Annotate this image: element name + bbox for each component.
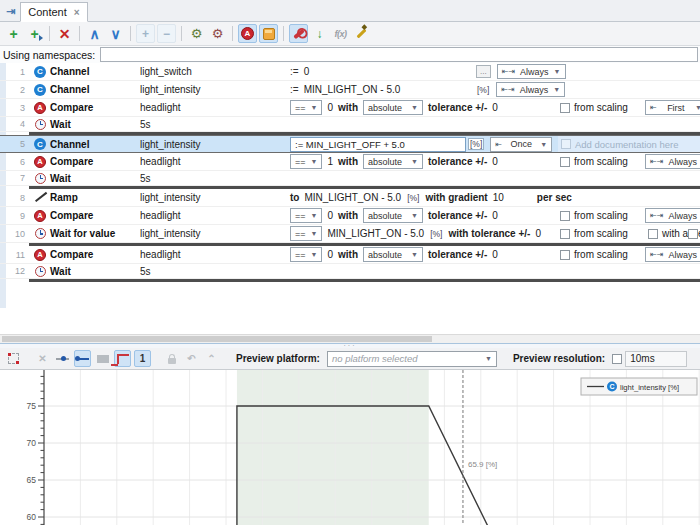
wand-glyph [357, 29, 367, 39]
table-row-7[interactable]: 7Wait5s [0, 171, 700, 186]
preview-resolution-checkbox[interactable] [612, 354, 622, 364]
import-signal-icon[interactable]: ↓ [310, 24, 329, 43]
trigger-select[interactable]: ⇤⇥Always▼ [645, 247, 700, 262]
documentation-area[interactable]: Add documentation here [558, 136, 700, 152]
clipped-checkbox[interactable]: ju [688, 228, 700, 239]
from-scaling-checkbox[interactable]: from scaling [560, 249, 628, 260]
settings-gear-red-icon[interactable]: ⚙ [208, 24, 227, 43]
table-row-1[interactable]: 1CChannellight_switch:=0...⇤⇥Always▼ [0, 63, 700, 81]
documentation-toggle-icon[interactable] [259, 24, 278, 43]
horizontal-scrollbar[interactable] [0, 334, 700, 343]
table-row-5[interactable]: 5CChannellight_intensity:= MIN_LIGHT_OFF… [0, 135, 700, 153]
step-target: light_switch [140, 66, 290, 77]
checkbox-box[interactable] [560, 211, 570, 221]
trigger-select[interactable]: ⇤⇥Always▼ [645, 154, 700, 169]
from-scaling-checkbox[interactable]: from scaling [560, 156, 628, 167]
table-row-9[interactable]: 9ACompareheadlight==▼0withabsolute▼toler… [0, 207, 700, 225]
steps-table: 1CChannellight_switch:=0...⇤⇥Always▼2CCh… [0, 63, 700, 308]
from-scaling-checkbox[interactable]: from scaling [560, 210, 628, 221]
checkbox-box[interactable] [560, 157, 570, 167]
checkbox-box[interactable] [560, 250, 570, 260]
trigger-select[interactable]: ⇤⇥Always▼ [496, 82, 565, 97]
operator-select[interactable]: ==▼ [290, 154, 322, 169]
lock-icon[interactable] [163, 350, 180, 367]
keyword-label: with tolerance +/- [448, 228, 530, 239]
trigger-select[interactable]: ⇤⇥Always▼ [497, 64, 566, 79]
line-interpolation-icon[interactable] [54, 350, 71, 367]
operator-value: == [295, 157, 306, 167]
add-step-icon[interactable]: + [4, 24, 23, 43]
keyword-label: tolerance +/- [428, 249, 487, 260]
mode-select[interactable]: absolute▼ [363, 154, 423, 169]
point-line-icon[interactable] [74, 350, 91, 367]
operator-select[interactable]: ==▼ [290, 247, 322, 262]
trigger-select[interactable]: ⇤Once▼ [490, 137, 552, 152]
wait-icon [35, 173, 46, 184]
table-row-10[interactable]: 10Wait for valuelight_intensity==▼MIN_LI… [0, 225, 700, 243]
table-row-11[interactable]: 11ACompareheadlight==▼0withabsolute▼tole… [0, 246, 700, 264]
keyword-label: tolerance +/- [428, 156, 487, 167]
namespaces-input[interactable] [100, 47, 698, 62]
debug-tool-icon[interactable] [289, 24, 308, 43]
preview-platform-select[interactable]: no platform selected ▼ [327, 351, 497, 367]
undo-icon[interactable]: ↶ [183, 350, 200, 367]
mode-select[interactable]: absolute▼ [363, 247, 423, 262]
wand-icon[interactable] [352, 24, 371, 43]
sample-count-icon[interactable]: 1 [134, 350, 151, 367]
trigger-mode-icon: ⇤⇥ [650, 250, 663, 259]
tab-close-icon[interactable]: × [74, 7, 80, 18]
step-name: Channel [50, 66, 140, 77]
settings-gear-icon[interactable]: ⚙ [187, 24, 206, 43]
chevron-down-icon: ▼ [311, 104, 318, 111]
checkbox-box[interactable] [688, 229, 698, 239]
step-icon-col: A [30, 210, 50, 222]
table-row-3[interactable]: 3ACompareheadlight==▼0withabsolute▼toler… [0, 99, 700, 117]
zoom-region-icon[interactable] [5, 350, 22, 367]
compare-icon: A [34, 156, 46, 168]
assessment-toggle-icon[interactable]: A [238, 24, 257, 43]
checkbox-box[interactable] [648, 229, 658, 239]
table-row-4[interactable]: 4Wait5s [0, 117, 700, 132]
wait-icon [35, 228, 46, 239]
editor-window: ⇥ Content × ++✕∧∨+−⚙⚙A↓f(x) Using namesp… [0, 0, 700, 525]
tree-icon[interactable]: ⌃ [203, 350, 220, 367]
add-child-step-icon[interactable]: + [25, 24, 44, 43]
move-down-icon[interactable]: ∨ [106, 24, 125, 43]
operator-select[interactable]: ==▼ [290, 100, 322, 115]
documentation-checkbox[interactable] [561, 139, 571, 149]
value-input[interactable]: := MIN_LIGHT_OFF + 5.0 [290, 137, 466, 152]
table-row-2[interactable]: 2CChannellight_intensity:=MIN_LIGHT_ON -… [0, 81, 700, 99]
scrollbar-thumb[interactable] [2, 336, 432, 342]
box-display-icon[interactable] [94, 350, 111, 367]
trigger-select[interactable]: ⇤⇥Always▼ [645, 208, 700, 223]
operator-select[interactable]: ==▼ [290, 226, 322, 241]
preview-resolution-field[interactable]: 10ms [625, 351, 687, 367]
collapse-all-icon[interactable]: − [157, 24, 176, 43]
checkbox-box[interactable] [560, 229, 570, 239]
mode-select[interactable]: absolute▼ [363, 208, 423, 223]
checkbox-box[interactable] [560, 103, 570, 113]
lock-glyph [168, 358, 176, 364]
from-scaling-checkbox[interactable]: from scaling [560, 228, 628, 239]
y-tick-label: 75 [27, 401, 37, 411]
table-row-6[interactable]: 6ACompareheadlight==▼1withabsolute▼toler… [0, 153, 700, 171]
trigger-select[interactable]: ⇤First▼ [645, 100, 700, 115]
clear-preview-icon[interactable]: ✕ [34, 350, 51, 367]
more-button[interactable]: ... [476, 65, 491, 78]
tab-content[interactable]: Content × [20, 2, 87, 22]
unit-percent-button[interactable]: [%] [468, 138, 484, 150]
table-row-12[interactable]: 12Wait5s [0, 264, 700, 279]
step-display-icon[interactable] [114, 350, 131, 367]
expand-all-icon[interactable]: + [136, 24, 155, 43]
mode-select[interactable]: absolute▼ [363, 100, 423, 115]
table-row-8[interactable]: 8Ramplight_intensitytoMIN_LIGHT_ON - 5.0… [0, 189, 700, 207]
from-scaling-checkbox[interactable]: from scaling [560, 102, 628, 113]
chevron-down-icon: ▼ [311, 230, 318, 237]
step-name: Compare [50, 249, 140, 260]
move-up-icon[interactable]: ∧ [85, 24, 104, 43]
step-target: headlight [140, 156, 290, 167]
keyword-label: with [338, 102, 358, 113]
function-icon[interactable]: f(x) [331, 24, 350, 43]
delete-step-icon[interactable]: ✕ [55, 24, 74, 43]
operator-select[interactable]: ==▼ [290, 208, 322, 223]
